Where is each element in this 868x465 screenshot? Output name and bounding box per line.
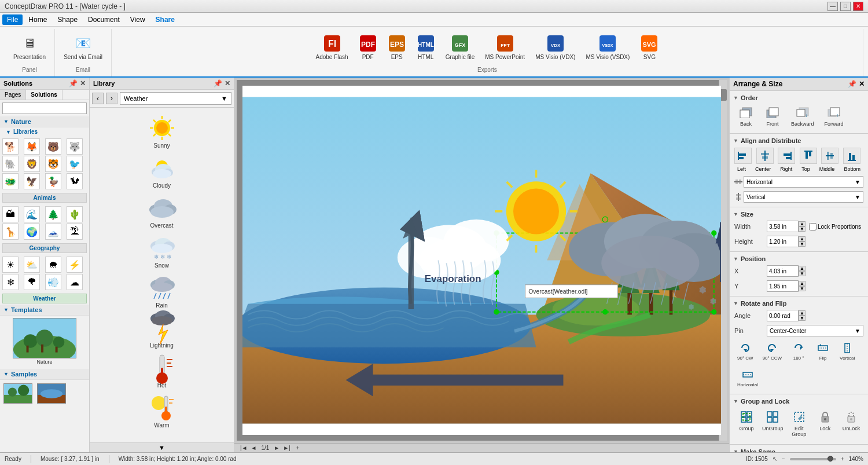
vertical-dropdown[interactable]: Vertical ▼ <box>744 191 863 203</box>
lib-item-hot[interactable]: Hot <box>92 350 231 390</box>
zoom-slider[interactable] <box>790 458 836 460</box>
edit-group-btn[interactable]: Edit Group <box>787 408 811 440</box>
tab-pages[interactable]: Pages <box>0 90 26 100</box>
arrange-make-same-header[interactable]: ▼ Make Same <box>730 447 868 452</box>
y-input[interactable] <box>767 280 799 292</box>
close-btn[interactable]: ✕ <box>853 2 863 11</box>
align-right-btn[interactable] <box>778 148 795 164</box>
ribbon-btn-flash[interactable]: Fl Adobe Flash <box>311 31 352 63</box>
sample-2[interactable] <box>36 382 67 405</box>
footer-nav-first[interactable]: |◄ <box>239 445 249 451</box>
sample-1[interactable] <box>2 382 34 405</box>
ribbon-btn-pdf[interactable]: PDF PDF <box>355 31 381 63</box>
menu-home[interactable]: Home <box>24 14 52 25</box>
flip-vertical-btn[interactable]: Vertical <box>837 340 858 363</box>
geo-icon-3[interactable]: 🌲 <box>45 206 61 222</box>
flip-horizontal-btn[interactable]: Horizontal <box>734 367 761 390</box>
height-down-btn[interactable]: ▼ <box>799 241 806 247</box>
geography-label-cell[interactable]: Geography <box>2 243 87 253</box>
lib-item-snow[interactable]: ❄ ❄ ❄ Snow <box>92 230 231 270</box>
pin-dropdown[interactable]: Center-Center ▼ <box>767 325 863 336</box>
ribbon-btn-svg[interactable]: SVG SVG <box>636 31 663 63</box>
lib-dropdown[interactable]: Weather ▼ <box>120 92 231 105</box>
weather-label-cell[interactable]: Weather <box>2 294 87 303</box>
geo-icon-1[interactable]: 🏔 <box>2 206 19 222</box>
order-back-btn[interactable]: Back <box>734 104 757 129</box>
animal-icon-1[interactable]: 🐕 <box>2 138 19 155</box>
flip-btn[interactable]: Flip <box>812 340 833 363</box>
footer-add-page[interactable]: + <box>296 445 300 451</box>
angle-down-btn[interactable]: ▼ <box>799 316 806 321</box>
geo-icon-4[interactable]: 🌵 <box>67 206 83 222</box>
library-pin-btn[interactable]: 📌 <box>214 79 222 87</box>
status-zoom-in-btn[interactable]: + <box>841 456 844 462</box>
lib-nav-back[interactable]: ‹ <box>92 93 104 104</box>
geo-icon-8[interactable]: 🏝 <box>67 224 83 240</box>
rotate-180-btn[interactable]: 180 ° <box>788 340 809 363</box>
minimize-btn[interactable]: — <box>827 2 838 11</box>
ribbon-btn-send-email[interactable]: 📧 Send via Email <box>60 31 106 63</box>
arrange-rotate-header[interactable]: ▼ Rotate and Flip <box>730 299 868 308</box>
weather-icon-sm-8[interactable]: ☁ <box>67 274 83 290</box>
animal-icon-6[interactable]: 🦁 <box>24 156 40 172</box>
subsection-libraries[interactable]: ▼ Libraries <box>0 127 89 136</box>
angle-up-btn[interactable]: ▲ <box>799 310 806 316</box>
arrange-pin-btn[interactable]: 📌 <box>848 80 856 88</box>
animal-icon-11[interactable]: 🦆 <box>45 173 61 189</box>
align-middle-btn[interactable] <box>821 148 838 164</box>
section-samples[interactable]: ▼ Samples <box>0 369 89 380</box>
align-top-btn[interactable] <box>800 148 817 164</box>
lib-item-cloudy[interactable]: Cloudy <box>92 150 231 190</box>
animals-label-cell[interactable]: Animals <box>2 193 87 203</box>
arrange-close-btn[interactable]: ✕ <box>859 80 865 88</box>
geo-icon-5[interactable]: 🦒 <box>2 224 19 240</box>
x-down-btn[interactable]: ▼ <box>799 271 806 276</box>
angle-input[interactable] <box>767 310 799 321</box>
animal-icon-3[interactable]: 🐻 <box>45 138 61 155</box>
order-front-btn[interactable]: Front <box>761 104 784 129</box>
ungroup-btn[interactable]: UnGroup <box>760 408 785 440</box>
weather-icon-sm-7[interactable]: 💨 <box>45 274 61 290</box>
order-backward-btn[interactable]: ↓ Backward <box>788 104 818 129</box>
geo-icon-6[interactable]: 🌍 <box>24 224 40 240</box>
tab-solutions[interactable]: Solutions <box>26 90 62 100</box>
animal-icon-12[interactable]: 🐿 <box>67 173 83 189</box>
height-input[interactable] <box>767 236 799 247</box>
animal-icon-10[interactable]: 🦅 <box>24 173 40 189</box>
ribbon-btn-graphic[interactable]: GFX Graphic file <box>442 31 479 63</box>
geo-icon-2[interactable]: 🌊 <box>24 206 40 222</box>
animal-icon-4[interactable]: 🐺 <box>67 138 83 155</box>
lib-item-lightning[interactable]: Lightning <box>92 310 231 350</box>
lib-scroll-down[interactable]: ▼ <box>90 442 234 452</box>
weather-icon-sm-2[interactable]: ⛅ <box>24 257 40 273</box>
weather-icon-sm-3[interactable]: 🌧 <box>45 257 61 273</box>
y-down-btn[interactable]: ▼ <box>799 286 806 291</box>
footer-nav-prev[interactable]: ◄ <box>250 445 258 451</box>
weather-icon-sm-6[interactable]: 🌪 <box>24 274 40 290</box>
animal-icon-7[interactable]: 🐯 <box>45 156 61 172</box>
y-up-btn[interactable]: ▲ <box>799 281 806 286</box>
animal-icon-2[interactable]: 🦊 <box>24 138 40 155</box>
rotate-90ccw-btn[interactable]: 90° CCW <box>760 340 785 363</box>
align-center-btn[interactable] <box>756 148 774 164</box>
height-up-btn[interactable]: ▲ <box>799 236 806 241</box>
canvas[interactable]: ❄ ❄ ❄ Rain & Snow <box>242 86 721 435</box>
maximize-btn[interactable]: □ <box>840 2 851 11</box>
width-input[interactable] <box>767 221 799 232</box>
status-zoom-out-btn[interactable]: − <box>782 456 785 462</box>
ribbon-btn-presentation[interactable]: 🖥 Presentation <box>9 31 50 63</box>
align-bottom-btn[interactable] <box>843 148 860 164</box>
section-nature[interactable]: ▼ Nature <box>0 116 89 127</box>
menu-view[interactable]: View <box>126 14 150 25</box>
section-templates[interactable]: ▼ Templates <box>0 305 89 316</box>
animal-icon-9[interactable]: 🐲 <box>2 173 19 189</box>
x-input[interactable] <box>767 265 799 277</box>
rotate-90cw-btn[interactable]: 90° CW <box>734 340 756 363</box>
library-close-btn[interactable]: ✕ <box>225 79 230 87</box>
footer-nav-last[interactable]: ►| <box>282 445 292 451</box>
lib-item-rain[interactable]: Rain <box>92 270 231 310</box>
template-nature-item[interactable]: Nature <box>0 316 89 369</box>
arrange-align-header[interactable]: ▼ Align and Distribute <box>730 136 868 145</box>
width-down-btn[interactable]: ▼ <box>799 226 806 232</box>
weather-icon-sm-1[interactable]: ☀ <box>2 257 19 273</box>
